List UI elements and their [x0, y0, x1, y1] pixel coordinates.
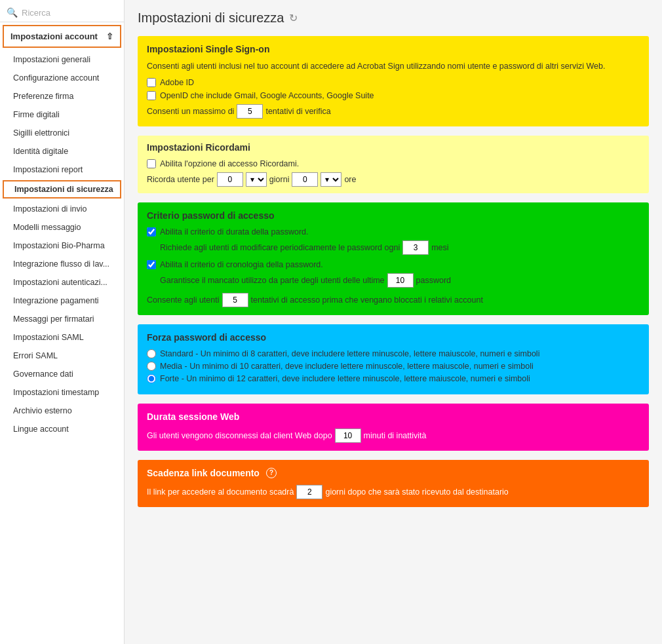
refresh-icon[interactable]: ↻ [289, 12, 298, 24]
attempts-prefix: Consente agli utenti [147, 295, 220, 305]
ricordami-enable-label: Abilita l'opzione di accesso Ricordami. [160, 159, 299, 168]
ricordami-title: Impostazioni Ricordami [147, 142, 640, 153]
duration-checkbox[interactable] [147, 227, 156, 237]
sidebar-item-timestamp[interactable]: Impostazioni timestamp [0, 383, 124, 402]
page-title: Impostazioni di sicurezza [138, 10, 284, 26]
session-minutes-input[interactable] [335, 428, 361, 443]
openid-row: OpenID che include Gmail, Google Account… [147, 91, 640, 100]
session-title: Durata sessione Web [147, 411, 640, 422]
history-detail-row: Garantisce il mancato utilizzo da parte … [160, 273, 640, 288]
sidebar-item-generali[interactable]: Impostazioni generali [0, 50, 124, 69]
strength-media-row: Media - Un minimo di 10 caratteri, deve … [147, 362, 640, 371]
sidebar-item-invio[interactable]: Impostazioni di invio [0, 200, 124, 218]
account-section-label: Impostazioni account [10, 31, 98, 41]
strength-forte-label: Forte - Un minimo di 12 caratteri, deve … [160, 374, 530, 383]
history-count-suffix: password [416, 276, 452, 285]
duration-detail-row: Richiede agli utenti di modificare perio… [160, 240, 640, 255]
strength-standard-label: Standard - Un minimo di 8 caratteri, dev… [160, 349, 539, 358]
session-suffix: minuti di inattività [364, 431, 427, 440]
sidebar-item-autenticaz[interactable]: Impostazioni autenticazi... [0, 273, 124, 292]
history-desc-prefix: Garantisce il mancato utilizzo da parte … [160, 276, 385, 285]
strength-standard-radio[interactable] [147, 349, 156, 358]
sidebar-item-saml[interactable]: Impostazioni SAML [0, 328, 124, 347]
sidebar-item-digitali[interactable]: Firme digitali [0, 105, 124, 124]
doc-link-prefix: Il link per accedere al documento scadrà [147, 487, 294, 497]
sso-section: Impostazioni Single Sign-on Consenti agl… [138, 36, 649, 126]
app-container: 🔍 Ricerca Impostazioni account ⇧ Imposta… [0, 0, 662, 644]
page-title-row: Impostazioni di sicurezza ↻ [138, 10, 649, 26]
session-prefix: Gli utenti vengono disconnessi dal clien… [147, 431, 332, 440]
password-policy-title: Criterio password di accesso [147, 210, 640, 221]
doc-link-section: Scadenza link documento ? Il link per ac… [138, 460, 649, 507]
duration-months-suffix: mesi [431, 243, 448, 252]
duration-months-input[interactable] [402, 240, 429, 255]
ricordami-checkbox[interactable] [147, 159, 156, 168]
sidebar-item-lingue[interactable]: Lingue account [0, 420, 124, 438]
sidebar-item-config[interactable]: Configurazione account [0, 69, 124, 87]
doc-link-help-icon[interactable]: ? [266, 468, 277, 478]
search-icon: 🔍 [7, 7, 18, 18]
ricordami-hours-select[interactable]: ▾ [321, 172, 341, 187]
search-placeholder: Ricerca [22, 8, 50, 18]
password-strength-title: Forza password di accesso [147, 332, 640, 343]
main-layout: 🔍 Ricerca Impostazioni account ⇧ Imposta… [0, 0, 662, 644]
chevron-up-icon: ⇧ [106, 31, 113, 41]
sidebar-item-governance[interactable]: Governance dati [0, 365, 124, 383]
history-checkbox[interactable] [147, 260, 156, 269]
ricordami-enable-row: Abilita l'opzione di accesso Ricordami. [147, 159, 640, 168]
sidebar: 🔍 Ricerca Impostazioni account ⇧ Imposta… [0, 0, 125, 644]
strength-standard-row: Standard - Un minimo di 8 caratteri, dev… [147, 349, 640, 358]
ricordami-duration-row: Ricorda utente per ▾ giorni ▾ ore [147, 172, 640, 187]
duration-desc-prefix: Richiede agli utenti di modificare perio… [160, 243, 400, 252]
ricordami-hours-input[interactable] [292, 172, 318, 187]
sidebar-item-identita[interactable]: Identità digitale [0, 142, 124, 161]
max-attempts-input[interactable] [237, 104, 263, 119]
password-strength-section: Forza password di accesso Standard - Un … [138, 324, 649, 394]
adobe-id-row: Adobe ID [147, 78, 640, 87]
attempts-row: Consente agli utenti tentativi di access… [147, 293, 640, 307]
ricordami-section: Impostazioni Ricordami Abilita l'opzione… [138, 136, 649, 193]
sidebar-item-firma[interactable]: Preferenze firma [0, 87, 124, 105]
adobe-id-label: Adobe ID [160, 78, 194, 87]
doc-link-row: Il link per accedere al documento scadrà… [147, 485, 640, 499]
attempts-suffix: tentativi di accesso prima che vengano b… [251, 295, 483, 305]
attempts-input[interactable] [222, 293, 248, 307]
max-attempts-prefix: Consenti un massimo di [147, 107, 234, 116]
ricordami-days-label: giorni [269, 175, 290, 184]
main-content: Impostazioni di sicurezza ↻ Impostazioni… [125, 0, 662, 644]
sidebar-item-archivio[interactable]: Archivio esterno [0, 402, 124, 420]
adobe-id-checkbox[interactable] [147, 78, 156, 87]
history-count-input[interactable] [387, 273, 414, 288]
search-bar[interactable]: 🔍 Ricerca [0, 3, 124, 22]
sidebar-item-errori-saml[interactable]: Errori SAML [0, 347, 124, 365]
sidebar-item-firmatari[interactable]: Messaggi per firmatari [0, 310, 124, 328]
openid-checkbox[interactable] [147, 91, 156, 100]
strength-media-radio[interactable] [147, 362, 156, 371]
sidebar-item-pagamenti[interactable]: Integrazione pagamenti [0, 292, 124, 310]
history-checkbox-row: Abilita il criterio di cronologia della … [147, 260, 640, 269]
sidebar-item-report[interactable]: Impostazioni report [0, 161, 124, 179]
ricordami-days-select[interactable]: ▾ [246, 172, 267, 187]
duration-label: Abilita il criterio di durata della pass… [160, 227, 309, 237]
account-section-header[interactable]: Impostazioni account ⇧ [3, 25, 121, 48]
sidebar-item-modelli[interactable]: Modelli messaggio [0, 218, 124, 237]
ricordami-days-input[interactable] [217, 172, 243, 187]
strength-forte-radio[interactable] [147, 374, 156, 383]
sidebar-item-biopharma[interactable]: Impostazioni Bio-Pharma [0, 237, 124, 255]
history-label: Abilita il criterio di cronologia della … [160, 260, 323, 269]
doc-link-suffix: giorni dopo che sarà stato ricevuto dal … [325, 487, 508, 497]
sso-description: Consenti agli utenti inclusi nel tuo acc… [147, 61, 640, 73]
duration-checkbox-row: Abilita il criterio di durata della pass… [147, 227, 640, 237]
sidebar-item-sicurezza[interactable]: Impostazioni di sicurezza [3, 180, 121, 199]
ricordami-prefix: Ricorda utente per [147, 175, 214, 184]
sidebar-item-elettronici[interactable]: Sigilli elettronici [0, 124, 124, 142]
strength-media-label: Media - Un minimo di 10 caratteri, deve … [160, 362, 534, 371]
openid-label: OpenID che include Gmail, Google Account… [160, 91, 374, 100]
password-policy-section: Criterio password di accesso Abilita il … [138, 202, 649, 315]
session-row: Gli utenti vengono disconnessi dal clien… [147, 428, 640, 443]
sidebar-item-flusso[interactable]: Integrazione flusso di lav... [0, 255, 124, 273]
doc-link-days-input[interactable] [296, 485, 322, 499]
max-attempts-row: Consenti un massimo di tentativi di veri… [147, 104, 640, 119]
ricordami-hours-label: ore [344, 175, 356, 184]
strength-forte-row: Forte - Un minimo di 12 caratteri, deve … [147, 374, 640, 383]
